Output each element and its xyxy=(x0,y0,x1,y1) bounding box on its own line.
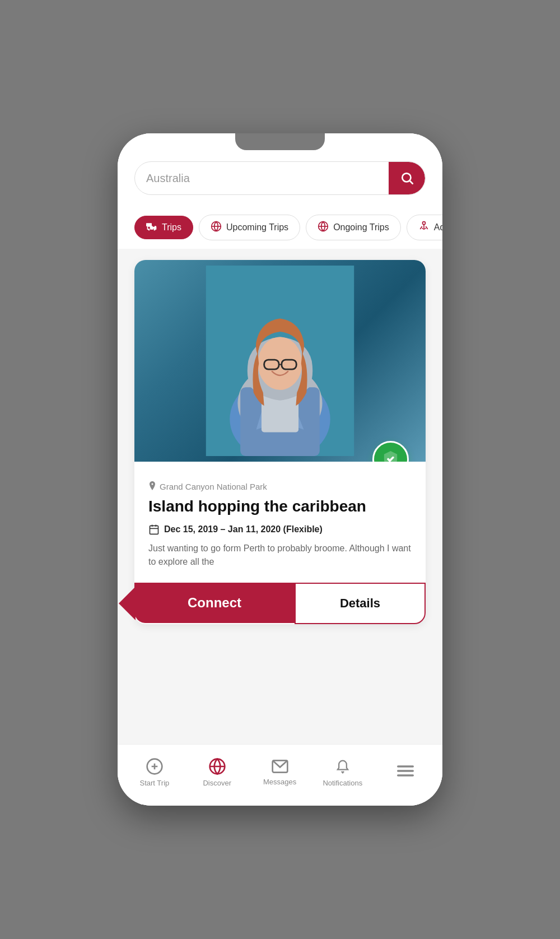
connect-arrow-decoration xyxy=(119,587,136,620)
calendar-icon xyxy=(148,524,160,535)
person-illustration xyxy=(202,266,358,456)
adventures-icon xyxy=(418,221,430,234)
nav-discover[interactable]: Discover xyxy=(198,757,237,787)
phone-frame: Australia xyxy=(118,133,442,806)
tab-trips[interactable]: Trips xyxy=(134,216,193,239)
trips-label: Trips xyxy=(162,222,181,233)
details-button[interactable]: Details xyxy=(295,583,426,624)
connect-button[interactable]: Connect xyxy=(134,583,295,623)
nav-messages[interactable]: Messages xyxy=(260,759,300,786)
card-body: Grand Canyon National Park Island hoppin… xyxy=(134,462,426,583)
ongoing-label: Ongoing Trips xyxy=(333,222,389,233)
phone-screen: Australia xyxy=(118,133,442,806)
location-pin-icon xyxy=(148,481,156,491)
svg-rect-2 xyxy=(146,223,152,226)
card-image xyxy=(134,260,426,462)
envelope-icon xyxy=(271,759,289,774)
upcoming-label: Upcoming Trips xyxy=(226,222,288,233)
nav-menu[interactable] xyxy=(386,764,425,781)
ongoing-globe-icon xyxy=(318,221,329,234)
trips-icon xyxy=(146,222,157,233)
phone-notch xyxy=(235,133,325,150)
shield-check-icon xyxy=(381,449,400,462)
search-bar: Australia xyxy=(134,161,426,195)
svg-line-1 xyxy=(410,181,413,184)
nav-notifications[interactable]: Notifications xyxy=(323,757,362,787)
card-description: Just wanting to go form Perth to probabl… xyxy=(148,542,412,569)
plus-circle-icon xyxy=(146,757,164,775)
action-section: Connect Details xyxy=(134,583,426,624)
adventures-label: Adven... xyxy=(434,222,442,233)
tab-adventures[interactable]: Adven... xyxy=(407,215,442,240)
card-image-bg xyxy=(134,260,426,462)
svg-rect-18 xyxy=(150,526,158,534)
card-title: Island hopping the caribbean xyxy=(148,497,412,516)
bell-icon xyxy=(335,757,351,775)
search-button[interactable] xyxy=(389,162,425,194)
tab-ongoing-trips[interactable]: Ongoing Trips xyxy=(306,215,401,240)
card-date: Dec 15, 2019 – Jan 11, 2020 (Flexible) xyxy=(148,524,412,535)
messages-label: Messages xyxy=(263,778,296,786)
phone-wrapper: Australia xyxy=(118,133,442,806)
start-trip-label: Start Trip xyxy=(140,779,170,787)
trip-card: Grand Canyon National Park Island hoppin… xyxy=(134,260,426,624)
card-location: Grand Canyon National Park xyxy=(148,481,412,491)
tab-upcoming-trips[interactable]: Upcoming Trips xyxy=(199,215,300,240)
nav-start-trip[interactable]: Start Trip xyxy=(135,757,174,787)
date-text: Dec 15, 2019 – Jan 11, 2020 (Flexible) xyxy=(164,524,323,534)
card-section: Grand Canyon National Park Island hoppin… xyxy=(118,249,442,635)
hamburger-icon xyxy=(396,764,414,778)
svg-point-7 xyxy=(422,222,425,225)
discover-label: Discover xyxy=(203,779,231,787)
bottom-navigation: Start Trip Discover Messages xyxy=(118,744,442,806)
connect-btn-wrapper: Connect xyxy=(134,583,295,624)
notifications-label: Notifications xyxy=(323,779,362,787)
location-text: Grand Canyon National Park xyxy=(160,482,267,491)
upcoming-globe-icon xyxy=(211,221,222,234)
search-icon xyxy=(400,171,414,185)
search-input[interactable]: Australia xyxy=(135,172,389,185)
globe-icon xyxy=(208,757,226,775)
filter-tabs: Trips Upcoming Trips xyxy=(118,206,442,249)
